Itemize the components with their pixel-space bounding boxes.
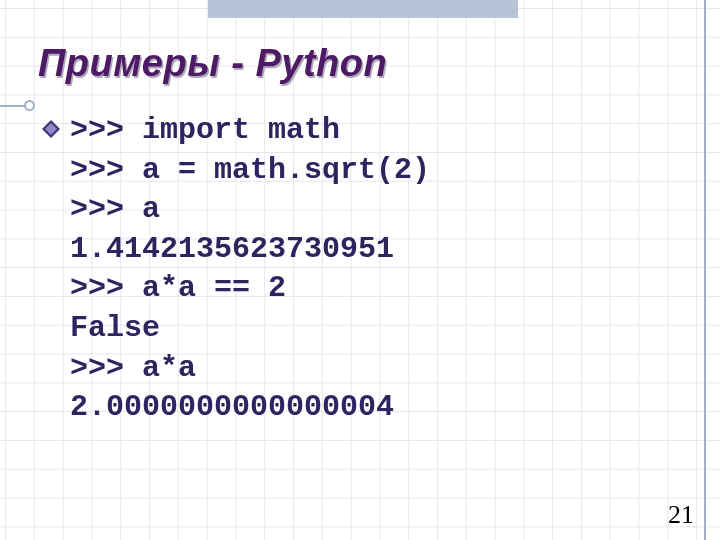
- page-number: 21: [668, 500, 694, 530]
- title-connector-circle-icon: [24, 100, 35, 111]
- code-block: >>> import math >>> a = math.sqrt(2) >>>…: [70, 111, 430, 428]
- code-line: >>> a = math.sqrt(2): [70, 153, 430, 187]
- diamond-bullet-icon: [42, 120, 60, 138]
- code-line: >>> a: [70, 192, 160, 226]
- right-margin-line: [704, 0, 706, 540]
- code-line: >>> a*a == 2: [70, 271, 286, 305]
- code-line: False: [70, 311, 160, 345]
- top-band-decoration: [208, 0, 518, 18]
- title-text: Примеры - Python: [38, 42, 387, 85]
- code-line: 1.4142135623730951: [70, 232, 394, 266]
- code-line: >>> import math: [70, 113, 340, 147]
- code-line: 2.0000000000000004: [70, 390, 394, 424]
- slide-title: Примеры - Python Примеры - Python: [38, 42, 387, 85]
- code-line: >>> a*a: [70, 351, 196, 385]
